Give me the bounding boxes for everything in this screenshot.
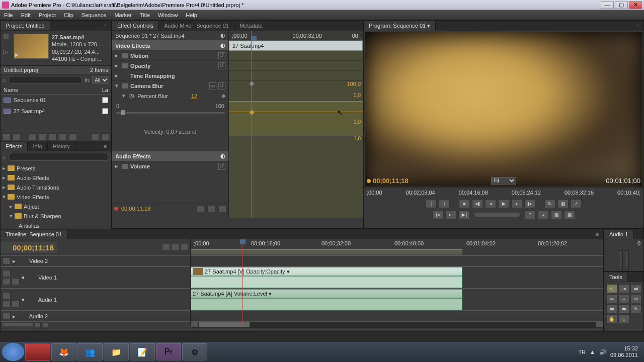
pen-tool[interactable]: ✎: [630, 304, 641, 313]
motion-effect[interactable]: Motion: [130, 53, 216, 59]
find-button[interactable]: [39, 133, 47, 140]
out-point-button[interactable]: }: [439, 199, 450, 208]
keyframe-icon[interactable]: [12, 300, 20, 307]
program-tab[interactable]: Program: Sequence 01 ▾: [364, 21, 436, 31]
label-swatch[interactable]: [102, 108, 108, 114]
ec-time[interactable]: 00:00:11.18: [121, 206, 150, 212]
panel-menu-icon[interactable]: ≡: [101, 22, 109, 30]
keyframe-icon[interactable]: [12, 278, 20, 285]
settings-button[interactable]: [180, 244, 188, 251]
lift-button[interactable]: ⇡: [525, 210, 536, 219]
track-toggle-icon[interactable]: [3, 257, 11, 264]
zoom-select[interactable]: Fit: [491, 177, 516, 185]
fx-toggle-icon[interactable]: [122, 83, 128, 88]
col-name-header[interactable]: Name: [4, 87, 102, 93]
taskbar-item-firefox[interactable]: 🦊: [51, 343, 76, 360]
track-audio-1[interactable]: 27 Saat.mp4 [A] Volume:Level ▾: [191, 289, 603, 311]
step-fwd-button[interactable]: ▮▸: [524, 199, 535, 208]
selection-tool[interactable]: ↖: [606, 284, 617, 293]
menu-project[interactable]: Project: [39, 12, 56, 18]
video-clip-body[interactable]: [191, 276, 462, 288]
taskbar-item[interactable]: 👥: [77, 343, 103, 360]
audio-clip-body[interactable]: [191, 298, 462, 310]
goto-in-button[interactable]: |◂: [432, 210, 443, 219]
zoom-tool[interactable]: ⌕: [618, 314, 629, 323]
slide-tool[interactable]: ⇋: [618, 304, 629, 313]
in-point-button[interactable]: {: [426, 199, 437, 208]
reset-icon[interactable]: ↺: [218, 52, 225, 59]
reset-icon[interactable]: ↺: [218, 62, 225, 69]
timeline-tab[interactable]: Timeline: Sequence 01: [1, 230, 67, 239]
video-clip[interactable]: 27 Saat.mp4 [V] Opacity:Opacity ▾: [191, 267, 462, 276]
reset-icon[interactable]: ↺: [218, 163, 225, 170]
goto-out-button[interactable]: ▸|: [445, 210, 456, 219]
menu-help[interactable]: Help: [186, 12, 197, 18]
clip-thumbnail[interactable]: [14, 34, 49, 59]
reset-icon[interactable]: ↺: [218, 82, 225, 89]
step-fwd-button[interactable]: ▸: [511, 199, 522, 208]
start-button[interactable]: [2, 343, 24, 361]
fx-toggle-icon[interactable]: [122, 164, 128, 169]
marker-button[interactable]: [171, 244, 179, 251]
system-clock[interactable]: 15:32 09.06.2011: [610, 345, 638, 358]
menu-window[interactable]: Window: [158, 12, 178, 18]
export-frame-button[interactable]: ▦: [564, 210, 575, 219]
language-indicator[interactable]: TR: [578, 349, 586, 355]
slider-handle[interactable]: [121, 110, 125, 115]
timeline-ruler[interactable]: ;00;00 00;00;16;00 00;00;32;00 00;00;48;…: [191, 239, 603, 255]
timeline-playhead[interactable]: [243, 239, 243, 325]
zoom-out-button[interactable]: [35, 322, 41, 327]
track-video-2[interactable]: [191, 255, 603, 266]
metadata-tab[interactable]: Metadata: [234, 21, 268, 30]
percent-blur-value[interactable]: 12: [191, 93, 197, 99]
tree-audio-effects[interactable]: ▸Audio Effects: [1, 173, 111, 183]
expand-icon[interactable]: ▸: [115, 72, 120, 79]
velocity-graph[interactable]: 0,0 1,0 -1,0: [229, 101, 363, 136]
camera-blur-effect[interactable]: Camera Blur: [130, 83, 207, 89]
expand-icon[interactable]: ▸: [115, 163, 120, 169]
tree-video-effects[interactable]: ▾Video Effects: [1, 192, 111, 202]
setup-icon[interactable]: ▭: [209, 82, 216, 89]
new-item-button[interactable]: [59, 133, 67, 140]
collapse-icon[interactable]: ▸: [13, 313, 16, 320]
tray-icon[interactable]: 🔊: [599, 349, 606, 355]
history-tab[interactable]: History: [48, 142, 75, 151]
keyframe-nav-icon[interactable]: ◆: [221, 93, 225, 99]
speaker-icon[interactable]: [3, 292, 11, 299]
collapse-icon[interactable]: ▾: [22, 275, 25, 281]
tree-adjust[interactable]: ▸Adjust: [1, 202, 111, 211]
play-preview-icon[interactable]: ▷: [4, 49, 11, 55]
track-name[interactable]: Audio 2: [18, 313, 48, 319]
keyframe-icon[interactable]: [250, 110, 255, 115]
safe-margins-button[interactable]: ▦: [557, 199, 569, 208]
panel-menu-icon[interactable]: ≡: [101, 142, 109, 150]
scroll-left-icon[interactable]: [191, 322, 198, 327]
ec-clip-bar[interactable]: 27 Saat.mp4: [229, 41, 363, 51]
program-current-time[interactable]: 00;00;11;18: [373, 177, 409, 185]
razor-tool[interactable]: ✂: [630, 294, 641, 303]
speaker-icon[interactable]: [3, 313, 11, 320]
collapse-icon[interactable]: ▸: [13, 258, 16, 264]
label-swatch[interactable]: [102, 97, 108, 103]
effects-tab[interactable]: Effects: [1, 142, 28, 151]
delete-button[interactable]: [69, 133, 77, 140]
tree-presets[interactable]: ▸Presets: [1, 163, 111, 173]
loop-icon[interactable]: [218, 205, 226, 212]
blur-slider[interactable]: [116, 112, 224, 114]
hand-tool[interactable]: ✋: [606, 314, 617, 323]
next-button[interactable]: [101, 133, 109, 140]
taskbar-item-explorer[interactable]: 📁: [104, 343, 129, 360]
playhead-handle-icon[interactable]: [251, 36, 257, 41]
track-video-1[interactable]: 27 Saat.mp4 [V] Opacity:Opacity ▾: [191, 266, 603, 289]
track-name[interactable]: Video 2: [18, 258, 48, 264]
taskbar-item-notes[interactable]: 📝: [130, 343, 155, 360]
prev-button[interactable]: [91, 133, 99, 140]
jog-shuttle[interactable]: [474, 213, 520, 217]
zoom-out-icon[interactable]: [196, 205, 204, 212]
track-toggle-icon[interactable]: [3, 270, 11, 277]
track-name[interactable]: Video 1: [27, 275, 57, 281]
automate-button[interactable]: [29, 133, 37, 140]
fx-toggle-icon[interactable]: [122, 53, 128, 58]
panel-menu-icon[interactable]: ≡: [633, 22, 641, 30]
list-view-button[interactable]: [3, 133, 11, 140]
